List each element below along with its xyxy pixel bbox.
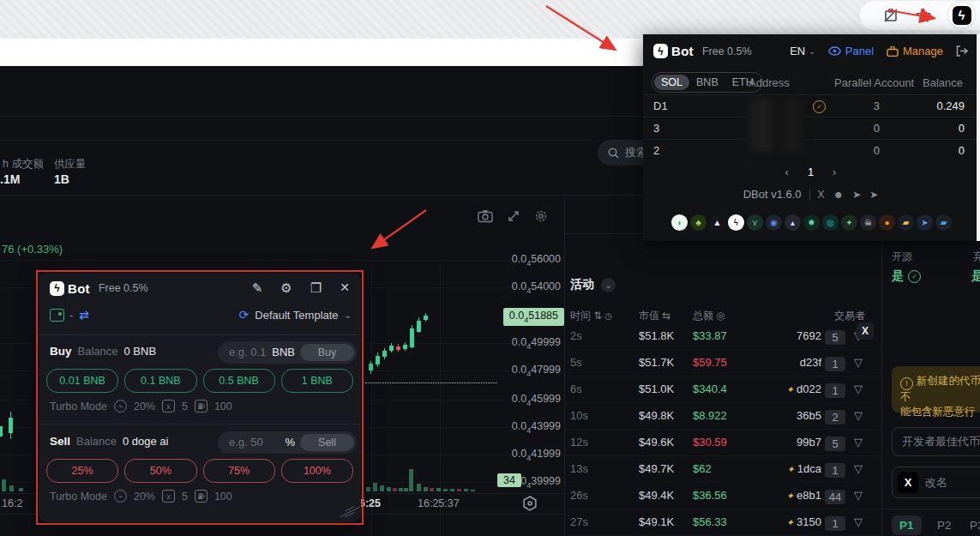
language-selector[interactable]: EN⌄ — [790, 45, 815, 57]
wallet-icon[interactable] — [50, 309, 64, 322]
trader-address[interactable]: d23f — [800, 356, 821, 369]
sell-submit-button[interactable]: Sell — [300, 434, 354, 451]
volume-bar — [373, 483, 377, 491]
axis-settings-icon[interactable] — [520, 494, 539, 513]
chart-icon[interactable]: ▰ — [898, 214, 914, 231]
col-amount[interactable]: 总额 ◎ — [693, 309, 725, 323]
preset-tab-p2[interactable]: P2 — [929, 515, 959, 535]
refresh-icon[interactable]: ⟳ — [239, 308, 250, 322]
table-row[interactable]: 13s$49.7K$62✦1dca1▽ — [564, 456, 881, 483]
table-row[interactable]: 26s$49.4K$36.56✦e8b144▽ — [564, 483, 881, 509]
pill-icon[interactable]: ◗ — [671, 214, 688, 231]
activity-title[interactable]: 活动 ⌄ — [570, 277, 616, 292]
swap-icon[interactable]: ⇄ — [79, 308, 89, 322]
trader-address[interactable]: 99b7 — [797, 436, 821, 449]
ring-icon[interactable]: ◎ — [822, 214, 839, 231]
panel-button[interactable]: Panel — [828, 45, 874, 57]
gear-icon[interactable] — [534, 209, 548, 223]
dbot-icon[interactable]: ϟ — [728, 214, 744, 231]
sell-percent-button-1[interactable]: 50% — [124, 459, 196, 483]
alien-icon[interactable]: ◉ — [766, 214, 782, 231]
wallet-row[interactable]: D130.249✓ — [643, 94, 978, 117]
buy-amount-button-0[interactable]: 0.01 BNB — [46, 369, 118, 393]
filter-icon[interactable]: ▽ — [854, 356, 863, 369]
settings-gear-icon[interactable]: ⚙ — [280, 280, 292, 296]
candle — [424, 316, 428, 320]
trader-address[interactable]: ✦3150 — [786, 515, 821, 528]
chain-tab-bnb[interactable]: BNB — [689, 75, 725, 90]
table-row[interactable]: 27s$49.1K$56.33✦31501▽ — [564, 509, 881, 536]
resize-handle[interactable] — [340, 507, 360, 517]
hand-icon[interactable]: ✦ — [841, 214, 857, 231]
prev-page-icon[interactable]: ‹ — [785, 166, 789, 178]
trader-address[interactable]: ✦e8b1 — [786, 489, 821, 502]
col-marketcap[interactable]: 市值 ⇆ — [639, 309, 670, 323]
trader-address[interactable]: ✦1dca — [787, 462, 821, 475]
camera-icon[interactable] — [478, 209, 493, 223]
wallet-row[interactable]: 300 — [643, 117, 978, 139]
buy-amount-button-3[interactable]: 1 BNB — [281, 369, 353, 393]
dbot-extension-icon[interactable]: ϟ — [948, 2, 975, 28]
trader-address[interactable]: 7692 — [797, 329, 821, 342]
buy-amount-button-1[interactable]: 0.1 BNB — [124, 369, 196, 393]
bull-icon[interactable]: ⋎ — [747, 214, 763, 231]
skull-icon[interactable]: ☠ — [860, 214, 876, 231]
table-row[interactable]: 12s$49.6K$30.5999b75▽ — [564, 430, 881, 456]
sell-percent-button-2[interactable]: 75% — [203, 459, 275, 483]
trader-address[interactable]: ✦d022 — [786, 382, 821, 395]
next-page-icon[interactable]: › — [833, 166, 836, 178]
x-icon[interactable]: X — [818, 189, 825, 201]
preset-tab-p1[interactable]: P1 — [892, 515, 922, 535]
close-icon[interactable]: ✕ — [340, 280, 350, 296]
dev-best-token-section[interactable]: 开发者最佳代币 — [892, 427, 980, 456]
table-row[interactable]: 10s$49.8K$8.92236b52▽ — [564, 403, 881, 430]
filter-icon[interactable]: ▽ — [854, 489, 863, 502]
star-icon[interactable] — [915, 7, 932, 24]
buy-submit-button[interactable]: Buy — [300, 344, 354, 361]
plane-icon[interactable]: ➤ — [917, 214, 933, 231]
fox-icon[interactable]: ● — [879, 214, 895, 231]
chevron-down-icon[interactable]: ⌄ — [601, 278, 616, 292]
frog-icon[interactable]: ♣ — [690, 214, 706, 231]
apex-icon[interactable]: ▴ — [785, 214, 801, 231]
swirl-icon[interactable]: ✹ — [803, 214, 820, 231]
volume-bar — [380, 485, 384, 491]
telegram-icon[interactable]: ➤ — [869, 189, 878, 201]
sell-percent-input[interactable]: e.g. 50 % Sell — [218, 431, 357, 454]
table-row[interactable]: 5s$51.7K$59.75d23f1▽ — [564, 350, 881, 376]
preset-tab-p3[interactable]: P3 — [962, 515, 980, 535]
table-row[interactable]: 6s$51.0K$340.4✦d0221▽ — [564, 376, 881, 403]
edit-icon[interactable]: ✎ — [252, 280, 263, 296]
filter-icon[interactable]: ▽ — [854, 462, 863, 475]
filter-icon[interactable]: ▽ — [854, 436, 863, 449]
table-row[interactable]: 2s$51.8K$33.8776925▽ — [564, 323, 881, 350]
clipboard-icon[interactable]: ❐ — [310, 280, 322, 296]
expand-icon[interactable] — [507, 209, 520, 223]
chart2-icon[interactable]: ▰ — [935, 214, 952, 231]
sell-turbo-row[interactable]: Turbo Mode ~20% x5 ⛽︎100 — [50, 490, 232, 503]
wallet-balance: 0.249 — [936, 99, 965, 112]
manage-button[interactable]: Manage — [887, 45, 943, 57]
buy-amount-input[interactable]: e.g. 0.1 BNB Buy — [218, 341, 357, 364]
x-logo-chip[interactable]: X — [857, 322, 874, 340]
screenshot-blocked-icon[interactable] — [882, 7, 899, 24]
filter-icon[interactable]: ▽ — [854, 515, 863, 528]
col-time[interactable]: 时间 ⇅ ◷ — [570, 309, 612, 323]
pyramid-icon[interactable]: ▲ — [709, 214, 725, 231]
chevron-down-icon[interactable]: ⌄ — [345, 310, 352, 320]
logout-icon[interactable] — [956, 45, 968, 57]
sell-percent-button-0[interactable]: 25% — [46, 459, 118, 483]
scrollbar[interactable] — [977, 34, 980, 241]
wallet-row[interactable]: 200 — [643, 139, 978, 161]
sell-percent-button-3[interactable]: 100% — [281, 459, 353, 483]
rename-search-box[interactable]: X 改名 — [892, 467, 980, 498]
discord-icon[interactable]: ☻ — [833, 189, 845, 201]
buy-turbo-row[interactable]: Turbo Mode ~20% x5 ⛽︎100 — [50, 400, 232, 413]
telegram-icon[interactable]: ➤ — [852, 189, 861, 201]
trader-address[interactable]: 36b5 — [797, 409, 821, 422]
template-selector[interactable]: Default Template — [255, 309, 338, 322]
filter-icon[interactable]: ▽ — [854, 409, 863, 422]
filter-icon[interactable]: ▽ — [854, 382, 863, 395]
buy-amount-button-2[interactable]: 0.5 BNB — [203, 369, 275, 393]
chain-tab-sol[interactable]: SOL — [654, 75, 689, 90]
